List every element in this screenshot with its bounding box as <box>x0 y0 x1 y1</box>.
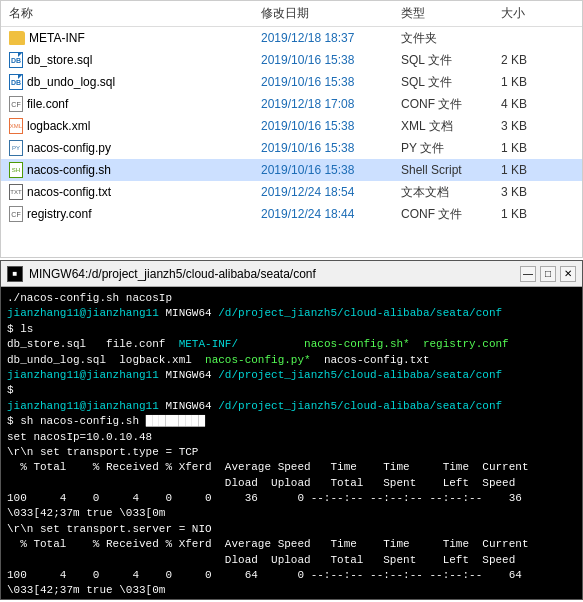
file-date: 2019/10/16 15:38 <box>261 119 401 133</box>
file-size: 3 KB <box>501 119 561 133</box>
file-name: DB db_undo_log.sql <box>1 74 261 90</box>
file-name: SH nacos-config.sh <box>1 162 261 178</box>
terminal-line: \033[42;37m true \033[0m <box>7 506 576 521</box>
table-row[interactable]: META-INF 2019/12/18 18:37 文件夹 <box>1 27 582 49</box>
terminal-line: 100 4 0 4 0 0 36 0 --:--:-- --:--:-- --:… <box>7 491 576 506</box>
file-size: 1 KB <box>501 141 561 155</box>
file-name: META-INF <box>1 31 261 45</box>
terminal-body: ./nacos-config.sh nacosIpjianzhang11@jia… <box>1 287 582 599</box>
terminal-titlebar: ■ MINGW64:/d/project_jianzh5/cloud-aliba… <box>1 261 582 287</box>
header-type: 类型 <box>401 5 501 22</box>
file-date: 2019/10/16 15:38 <box>261 141 401 155</box>
file-name: DB db_store.sql <box>1 52 261 68</box>
file-type: 文本文档 <box>401 184 501 201</box>
maximize-button[interactable]: □ <box>540 266 556 282</box>
terminal-line: \r\n set transport.server = NIO <box>7 522 576 537</box>
file-type: Shell Script <box>401 163 501 177</box>
file-type: SQL 文件 <box>401 52 501 69</box>
table-row[interactable]: CF file.conf 2019/12/18 17:08 CONF 文件 4 … <box>1 93 582 115</box>
file-type: CONF 文件 <box>401 206 501 223</box>
table-row[interactable]: PY nacos-config.py 2019/10/16 15:38 PY 文… <box>1 137 582 159</box>
terminal-line: $ sh nacos-config.sh █████████ <box>7 414 576 429</box>
terminal-line: \033[42;37m true \033[0m <box>7 583 576 598</box>
file-name: CF registry.conf <box>1 206 261 222</box>
close-button[interactable]: ✕ <box>560 266 576 282</box>
terminal-line: $ ls <box>7 322 576 337</box>
terminal-window: ■ MINGW64:/d/project_jianzh5/cloud-aliba… <box>0 260 583 600</box>
terminal-icon: ■ <box>7 266 23 282</box>
folder-icon <box>9 31 25 45</box>
table-row[interactable]: DB db_undo_log.sql 2019/10/16 15:38 SQL … <box>1 71 582 93</box>
table-row[interactable]: TXT nacos-config.txt 2019/12/24 18:54 文本… <box>1 181 582 203</box>
terminal-line: Dload Upload Total Spent Left Speed <box>7 476 576 491</box>
xml-icon: XML <box>9 118 23 134</box>
file-date: 2019/10/16 15:38 <box>261 53 401 67</box>
table-row[interactable]: SH nacos-config.sh 2019/10/16 15:38 Shel… <box>1 159 582 181</box>
file-date: 2019/12/24 18:44 <box>261 207 401 221</box>
conf-icon: CF <box>9 206 23 222</box>
terminal-line: db_undo_log.sql logback.xml nacos-config… <box>7 353 576 368</box>
file-size: 4 KB <box>501 97 561 111</box>
file-date: 2019/12/18 17:08 <box>261 97 401 111</box>
terminal-line: % Total % Received % Xferd Average Speed… <box>7 460 576 475</box>
terminal-line: \r\n set transport.type = TCP <box>7 445 576 460</box>
terminal-line: % Total % Received % Xferd Average Speed… <box>7 537 576 552</box>
terminal-line: 100 4 0 4 0 0 64 0 --:--:-- --:--:-- --:… <box>7 568 576 583</box>
file-name: PY nacos-config.py <box>1 140 261 156</box>
file-size: 1 KB <box>501 207 561 221</box>
sql-icon: DB <box>9 52 23 68</box>
file-name: XML logback.xml <box>1 118 261 134</box>
file-date: 2019/12/24 18:54 <box>261 185 401 199</box>
terminal-line: set nacosIp=10.0.10.48 <box>7 430 576 445</box>
file-explorer: 名称 修改日期 类型 大小 META-INF 2019/12/18 18:37 … <box>0 0 583 258</box>
table-row[interactable]: CF registry.conf 2019/12/24 18:44 CONF 文… <box>1 203 582 225</box>
file-size: 3 KB <box>501 185 561 199</box>
file-type: PY 文件 <box>401 140 501 157</box>
header-name: 名称 <box>1 5 261 22</box>
terminal-line: Dload Upload Total Spent Left Speed <box>7 553 576 568</box>
terminal-line: jianzhang11@jianzhang11 MINGW64 /d/proje… <box>7 399 576 414</box>
sql-icon: DB <box>9 74 23 90</box>
terminal-line: db_store.sql file.conf META-INF/ nacos-c… <box>7 337 576 352</box>
file-type: CONF 文件 <box>401 96 501 113</box>
explorer-header: 名称 修改日期 类型 大小 <box>1 1 582 27</box>
file-name: CF file.conf <box>1 96 261 112</box>
terminal-line: jianzhang11@jianzhang11 MINGW64 /d/proje… <box>7 368 576 383</box>
conf-icon: CF <box>9 96 23 112</box>
file-type: SQL 文件 <box>401 74 501 91</box>
file-size: 2 KB <box>501 53 561 67</box>
py-icon: PY <box>9 140 23 156</box>
file-name: TXT nacos-config.txt <box>1 184 261 200</box>
terminal-line: ./nacos-config.sh nacosIp <box>7 291 576 306</box>
file-size: 1 KB <box>501 163 561 177</box>
minimize-button[interactable]: — <box>520 266 536 282</box>
header-date: 修改日期 <box>261 5 401 22</box>
file-date: 2019/10/16 15:38 <box>261 75 401 89</box>
file-date: 2019/12/18 18:37 <box>261 31 401 45</box>
table-row[interactable]: DB db_store.sql 2019/10/16 15:38 SQL 文件 … <box>1 49 582 71</box>
header-size: 大小 <box>501 5 561 22</box>
file-date: 2019/10/16 15:38 <box>261 163 401 177</box>
terminal-line: $ <box>7 383 576 398</box>
terminal-title: MINGW64:/d/project_jianzh5/cloud-alibaba… <box>29 267 520 281</box>
table-row[interactable]: XML logback.xml 2019/10/16 15:38 XML 文档 … <box>1 115 582 137</box>
sh-icon: SH <box>9 162 23 178</box>
file-type: 文件夹 <box>401 30 501 47</box>
terminal-line: jianzhang11@jianzhang11 MINGW64 /d/proje… <box>7 306 576 321</box>
txt-icon: TXT <box>9 184 23 200</box>
terminal-controls: — □ ✕ <box>520 266 576 282</box>
file-size: 1 KB <box>501 75 561 89</box>
file-list: META-INF 2019/12/18 18:37 文件夹 DB db_stor… <box>1 27 582 225</box>
file-type: XML 文档 <box>401 118 501 135</box>
